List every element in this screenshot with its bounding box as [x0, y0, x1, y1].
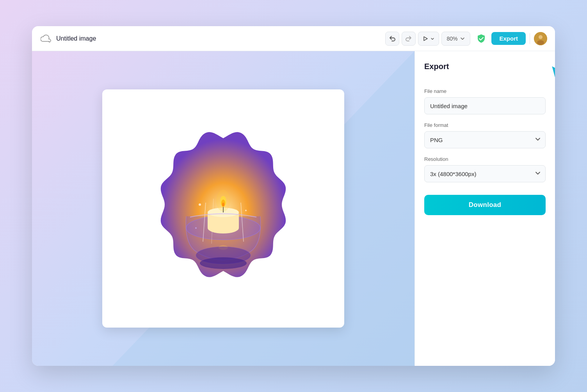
- canvas-area[interactable]: [32, 51, 414, 366]
- svg-point-19: [199, 203, 201, 206]
- toolbar-center: 80%: [385, 32, 470, 46]
- toolbar-divider: [530, 33, 530, 44]
- cloud-icon: [40, 32, 52, 45]
- document-title: Untitled image: [56, 35, 96, 42]
- toolbar: Untitled image 8: [32, 26, 555, 51]
- export-panel: Export File name File format PNG JPG SVG…: [414, 51, 555, 366]
- toolbar-right: Export: [475, 32, 547, 45]
- play-button[interactable]: [418, 32, 439, 46]
- redo-button[interactable]: [402, 32, 416, 46]
- svg-point-1: [539, 35, 543, 39]
- file-format-label: File format: [424, 122, 546, 128]
- svg-point-2: [537, 40, 544, 45]
- resolution-wrapper: 1x (1600*1200px) 2x (3200*2400px) 3x (48…: [424, 165, 546, 182]
- svg-point-21: [195, 227, 197, 229]
- canvas-card: [102, 89, 344, 328]
- resolution-select[interactable]: 1x (1600*1200px) 2x (3200*2400px) 3x (48…: [424, 165, 546, 182]
- file-name-input[interactable]: [424, 97, 546, 114]
- export-panel-title: Export: [424, 62, 546, 71]
- undo-button[interactable]: [385, 32, 399, 46]
- file-name-label: File name: [424, 88, 546, 94]
- shield-icon: [475, 32, 487, 45]
- cursor-arrow: [547, 61, 555, 90]
- toolbar-left: Untitled image: [40, 32, 381, 45]
- file-format-wrapper: PNG JPG SVG PDF: [424, 131, 546, 148]
- export-button[interactable]: Export: [491, 32, 526, 45]
- avatar[interactable]: [534, 32, 547, 45]
- zoom-selector[interactable]: 80%: [441, 32, 470, 46]
- resolution-label: Resolution: [424, 156, 546, 162]
- file-format-select[interactable]: PNG JPG SVG PDF: [424, 131, 546, 148]
- main-content: Export File name File format PNG JPG SVG…: [32, 51, 555, 366]
- download-button[interactable]: Download: [424, 195, 546, 215]
- svg-point-18: [200, 257, 247, 269]
- svg-point-15: [216, 190, 230, 212]
- app-window: Untitled image 8: [32, 26, 555, 366]
- svg-point-20: [245, 210, 247, 211]
- svg-marker-22: [551, 65, 555, 87]
